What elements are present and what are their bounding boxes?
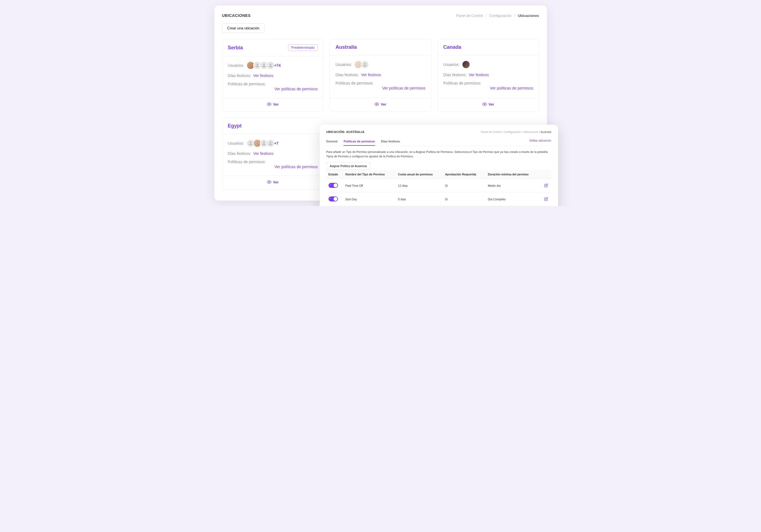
avatar-overflow-count[interactable]: +74 bbox=[274, 63, 281, 68]
avatar-group bbox=[354, 60, 367, 69]
view-policies-link[interactable]: Ver políticas de permisos bbox=[335, 86, 426, 90]
col-status: Estado bbox=[326, 170, 343, 179]
users-row: Usuarios: bbox=[335, 60, 426, 69]
edit-icon[interactable] bbox=[544, 197, 548, 201]
breadcrumb-config[interactable]: Configuración bbox=[489, 14, 511, 18]
tab-holidays[interactable]: Días festivos bbox=[381, 137, 400, 146]
view-label: Ver bbox=[489, 102, 494, 106]
cell-name: Sick Day bbox=[343, 192, 396, 206]
cell-quota: 12 días bbox=[396, 179, 443, 192]
cell-approval: Sí bbox=[443, 206, 486, 206]
tab-policies[interactable]: Políticas de permisos bbox=[343, 137, 375, 146]
person-icon bbox=[362, 62, 367, 67]
breadcrumb-separator: / bbox=[514, 14, 515, 18]
person-icon bbox=[248, 141, 253, 146]
holidays-label: Días festivos: bbox=[228, 151, 251, 156]
breadcrumb-dashboard[interactable]: Panel de Control bbox=[481, 131, 501, 133]
location-card-canada: Canada Usuarios: Días festivos: Ver fest… bbox=[438, 39, 539, 112]
breadcrumb-dashboard[interactable]: Panel de Control bbox=[456, 14, 483, 18]
location-detail-panel: UBICACIÓN: AUSTRALIA Panel de Control / … bbox=[320, 125, 558, 206]
eye-icon bbox=[375, 102, 379, 106]
view-location-button[interactable]: Ver bbox=[267, 102, 279, 106]
card-body: Usuarios: Días festivos: Ver festivos Po… bbox=[330, 55, 431, 98]
card-body: Usuarios: +7 Días festivos: Ver festivos… bbox=[222, 134, 323, 176]
policies-row: Políticas de permisos: Ver políticas de … bbox=[228, 82, 318, 91]
view-location-button[interactable]: Ver bbox=[267, 180, 279, 184]
users-label: Usuarios: bbox=[335, 62, 352, 67]
edit-icon[interactable] bbox=[544, 184, 548, 187]
status-toggle[interactable]: ✓ bbox=[328, 183, 338, 188]
cell-quota: 0 días bbox=[396, 192, 443, 206]
policies-label: Políticas de permisos: bbox=[335, 81, 374, 85]
cell-min-duration: Medio día bbox=[486, 179, 540, 192]
table-row: ✓ Sick Day 0 días Sí Día Completo bbox=[326, 192, 552, 206]
users-label: Usuarios: bbox=[443, 62, 460, 67]
breadcrumb-current: Australia bbox=[541, 131, 552, 133]
svg-point-3 bbox=[269, 182, 270, 183]
avatar[interactable] bbox=[462, 60, 470, 69]
avatar-overflow-count[interactable]: +7 bbox=[274, 141, 279, 145]
breadcrumb: Panel de Control / Configuración / Ubica… bbox=[456, 14, 539, 18]
holidays-label: Días festivos: bbox=[228, 74, 251, 78]
tabs-left: General Políticas de permisos Días festi… bbox=[326, 137, 400, 146]
eye-icon bbox=[482, 102, 487, 106]
policies-row: Políticas de permisos: Ver políticas de … bbox=[443, 81, 533, 90]
avatar-placeholder[interactable] bbox=[266, 61, 275, 70]
default-badge: Predeterminado bbox=[288, 44, 318, 51]
status-toggle[interactable]: ✓ bbox=[328, 196, 338, 201]
card-body: Usuarios: Días festivos: Ver festivos Po… bbox=[438, 55, 539, 98]
view-holidays-link[interactable]: Ver festivos bbox=[361, 73, 381, 77]
avatar-placeholder[interactable] bbox=[361, 60, 369, 69]
view-holidays-link[interactable]: Ver festivos bbox=[253, 74, 273, 78]
detail-description: Para añadir un Tipo de Permiso personali… bbox=[326, 150, 552, 159]
breadcrumb-separator: / bbox=[539, 131, 540, 133]
breadcrumb-separator: / bbox=[522, 131, 523, 133]
col-min-duration: Duración mínima del permiso bbox=[486, 170, 540, 179]
users-label: Usuarios: bbox=[228, 141, 244, 145]
create-location-button[interactable]: Crear una ubicación bbox=[222, 23, 265, 33]
table-row: ✓ Working Remotely 0 días Sí Día Complet… bbox=[326, 206, 552, 206]
view-policies-link[interactable]: Ver políticas de permisos bbox=[443, 86, 533, 90]
card-footer: Ver bbox=[222, 98, 323, 111]
person-icon bbox=[262, 63, 266, 68]
users-label: Usuarios: bbox=[228, 63, 244, 68]
view-holidays-link[interactable]: Ver festivos bbox=[253, 151, 273, 156]
view-policies-link[interactable]: Ver políticas de permisos bbox=[228, 87, 318, 91]
cell-min-duration: Día Completo bbox=[486, 206, 540, 206]
breadcrumb-locations[interactable]: Ubicaciones bbox=[523, 131, 538, 133]
svg-point-1 bbox=[376, 104, 377, 105]
card-header: Australia bbox=[330, 39, 431, 55]
breadcrumb-current: Ubicaciones bbox=[518, 14, 539, 18]
users-row: Usuarios: +7 bbox=[228, 139, 318, 147]
card-title: Egypt bbox=[228, 123, 242, 129]
edit-location-link[interactable]: Editar ubicación bbox=[530, 139, 551, 144]
card-title: Australia bbox=[335, 44, 357, 50]
avatar-placeholder[interactable] bbox=[266, 139, 275, 147]
assign-policy-button[interactable]: Asignar Política de Ausencia bbox=[326, 162, 370, 170]
eye-icon bbox=[267, 180, 271, 184]
view-location-button[interactable]: Ver bbox=[482, 102, 494, 106]
view-label: Ver bbox=[273, 102, 279, 106]
svg-point-0 bbox=[269, 104, 270, 105]
avatar-group bbox=[462, 60, 469, 69]
card-footer: Ver bbox=[330, 98, 431, 111]
policies-table: Estado Nombre del Tipo de Permiso Cuota … bbox=[326, 170, 552, 206]
policies-label: Políticas de permisos: bbox=[228, 160, 266, 164]
card-title: Canada bbox=[443, 44, 461, 50]
view-location-button[interactable]: Ver bbox=[375, 102, 386, 106]
card-header: Serbia Predeterminado bbox=[222, 39, 323, 56]
holidays-label: Días festivos: bbox=[443, 73, 467, 77]
cell-name: Paid Time Off bbox=[343, 179, 396, 192]
card-footer: Ver bbox=[222, 176, 323, 189]
holidays-label: Días festivos: bbox=[335, 73, 359, 77]
tab-general[interactable]: General bbox=[326, 137, 338, 146]
view-policies-link[interactable]: Ver políticas de permisos bbox=[228, 165, 318, 169]
col-actions bbox=[540, 170, 552, 179]
card-body: Usuarios: +74 Días festivos: Ver festivo… bbox=[222, 56, 323, 98]
view-holidays-link[interactable]: Ver festivos bbox=[469, 73, 489, 77]
cell-name: Working Remotely bbox=[343, 206, 396, 206]
breadcrumb-config[interactable]: Configuración bbox=[504, 131, 521, 133]
page-header: UBICACIONES Panel de Control / Configura… bbox=[222, 13, 539, 18]
detail-tabs: General Políticas de permisos Días festi… bbox=[326, 137, 552, 146]
svg-point-2 bbox=[484, 104, 485, 105]
